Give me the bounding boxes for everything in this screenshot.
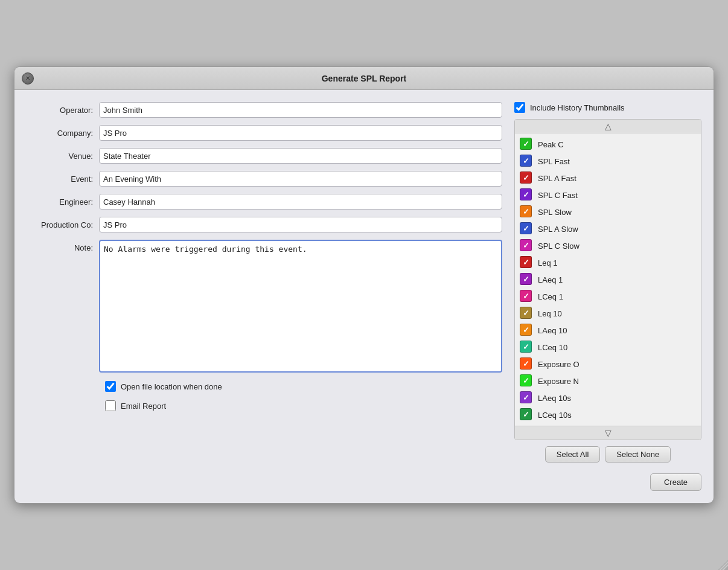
channel-name: SPL Slow [538, 208, 572, 217]
channel-item[interactable]: ✓SPL Fast [515, 153, 701, 170]
open-file-row: Open file location when done [105, 381, 502, 392]
select-all-button[interactable]: Select All [545, 446, 600, 463]
channel-name: Exposure N [538, 377, 579, 386]
company-label: Company: [27, 129, 99, 138]
select-none-button[interactable]: Select None [605, 446, 671, 463]
channel-item[interactable]: ✓SPL C Slow [515, 237, 701, 254]
venue-label: Venue: [27, 152, 99, 161]
include-history-row: Include History Thumbnails [514, 102, 701, 113]
note-label: Note: [27, 240, 99, 252]
scroll-up-arrow[interactable]: △ [515, 120, 701, 133]
content-area: Operator: Company: Venue: Event: Enginee… [14, 90, 714, 503]
production-co-row: Production Co: [27, 217, 502, 232]
operator-input[interactable] [99, 102, 502, 118]
channel-item[interactable]: ✓LAeq 10 [515, 322, 701, 339]
channels-list: ✓Peak C✓SPL Fast✓SPL A Fast✓SPL C Fast✓S… [515, 133, 701, 426]
channel-name: Exposure O [538, 360, 580, 369]
engineer-row: Engineer: [27, 194, 502, 210]
engineer-label: Engineer: [27, 197, 99, 207]
window-title: Generate SPL Report [322, 74, 407, 83]
channel-name: LCeq 10s [538, 411, 572, 420]
channel-item[interactable]: ✓LAeq 10s [515, 389, 701, 406]
channel-name: LAeq 10s [538, 394, 571, 403]
channel-item[interactable]: ✓Leq 10 [515, 305, 701, 322]
channel-item[interactable]: ✓SPL A Slow [515, 220, 701, 237]
channel-item[interactable]: ✓LCeq 10s [515, 406, 701, 423]
include-history-label[interactable]: Include History Thumbnails [530, 103, 625, 112]
open-file-label[interactable]: Open file location when done [121, 382, 222, 391]
right-panel: Include History Thumbnails △ ✓Peak C✓SPL… [514, 102, 701, 491]
channel-item[interactable]: ✓LCeq 10 [515, 339, 701, 356]
venue-input[interactable] [99, 148, 502, 164]
channel-name: LAeq 10 [538, 326, 567, 335]
channel-item[interactable]: ✓Exposure N [515, 373, 701, 389]
venue-row: Venue: [27, 148, 502, 164]
channel-item[interactable]: ✓LAeq 1 [515, 271, 701, 288]
event-input[interactable] [99, 171, 502, 187]
note-textarea[interactable] [99, 240, 502, 373]
email-report-row: Email Report [105, 400, 502, 411]
operator-label: Operator: [27, 106, 99, 115]
company-input[interactable] [99, 125, 502, 141]
include-history-checkbox[interactable] [514, 102, 525, 113]
channel-name: Leq 1 [538, 258, 558, 267]
channels-list-container: △ ✓Peak C✓SPL Fast✓SPL A Fast✓SPL C Fast… [514, 119, 701, 440]
channel-name: Leq 10 [538, 309, 562, 318]
channel-name: LCeq 10 [538, 343, 567, 352]
create-button[interactable]: Create [650, 473, 701, 491]
channel-name: LCeq 1 [538, 292, 563, 301]
channel-name: SPL A Slow [538, 225, 578, 234]
company-row: Company: [27, 125, 502, 141]
titlebar: Generate SPL Report [14, 67, 714, 90]
note-row: Note: [27, 240, 502, 373]
main-window: Generate SPL Report Operator: Company: V… [14, 66, 714, 504]
channel-name: LAeq 1 [538, 275, 563, 284]
channel-name: SPL A Fast [538, 174, 576, 183]
close-button[interactable] [22, 72, 34, 85]
operator-row: Operator: [27, 102, 502, 118]
channel-name: SPL C Slow [538, 242, 580, 251]
create-row: Create [514, 473, 701, 491]
channel-name: SPL Fast [538, 157, 570, 166]
left-panel: Operator: Company: Venue: Event: Enginee… [27, 102, 502, 491]
channel-name: SPL C Fast [538, 191, 578, 200]
open-file-checkbox[interactable] [105, 381, 116, 392]
channel-name: Peak C [538, 140, 564, 149]
channel-item[interactable]: ✓Leq 1 [515, 254, 701, 271]
event-label: Event: [27, 175, 99, 184]
select-buttons-row: Select All Select None [514, 446, 701, 463]
channel-item[interactable]: ✓LCeq 1 [515, 288, 701, 305]
production-co-label: Production Co: [27, 220, 99, 229]
channel-item[interactable]: ✓SPL C Fast [515, 187, 701, 203]
channel-item[interactable]: ✓SPL A Fast [515, 170, 701, 187]
email-report-label[interactable]: Email Report [121, 402, 166, 411]
event-row: Event: [27, 171, 502, 187]
scroll-down-arrow[interactable]: ▽ [515, 426, 701, 440]
production-co-input[interactable] [99, 217, 502, 232]
channel-item[interactable]: ✓Exposure O [515, 356, 701, 373]
channel-item[interactable]: ✓SPL Slow [515, 203, 701, 220]
email-report-checkbox[interactable] [105, 400, 116, 411]
engineer-input[interactable] [99, 194, 502, 210]
channel-item[interactable]: ✓Peak C [515, 136, 701, 153]
